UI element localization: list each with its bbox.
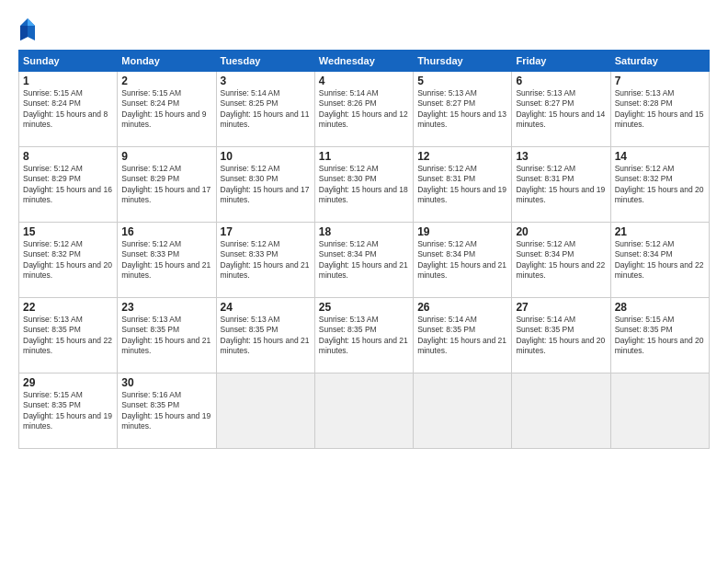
logo [18, 17, 40, 42]
cell-info: Sunrise: 5:12 AMSunset: 8:34 PMDaylight:… [516, 239, 605, 280]
cell-info: Sunrise: 5:14 AMSunset: 8:26 PMDaylight:… [319, 88, 408, 129]
day-number: 22 [23, 301, 113, 314]
cell-info: Sunrise: 5:12 AMSunset: 8:34 PMDaylight:… [319, 239, 408, 280]
calendar: SundayMondayTuesdayWednesdayThursdayFrid… [18, 50, 710, 449]
calendar-header-row: SundayMondayTuesdayWednesdayThursdayFrid… [19, 51, 710, 72]
table-row: 23Sunrise: 5:13 AMSunset: 8:35 PMDayligh… [118, 298, 216, 373]
table-row: 2Sunrise: 5:15 AMSunset: 8:24 PMDaylight… [118, 72, 216, 147]
day-number: 24 [221, 301, 311, 314]
cell-info: Sunrise: 5:15 AMSunset: 8:35 PMDaylight:… [615, 315, 704, 355]
page: SundayMondayTuesdayWednesdayThursdayFrid… [0, 0, 728, 563]
calendar-week-3: 15Sunrise: 5:12 AMSunset: 8:32 PMDayligh… [19, 223, 710, 298]
calendar-header-thursday: Thursday [414, 51, 512, 72]
table-row: 29Sunrise: 5:15 AMSunset: 8:35 PMDayligh… [19, 373, 118, 449]
cell-info: Sunrise: 5:12 AMSunset: 8:31 PMDaylight:… [417, 164, 506, 204]
day-number: 8 [23, 150, 113, 163]
table-row [216, 373, 314, 449]
table-row: 27Sunrise: 5:14 AMSunset: 8:35 PMDayligh… [512, 298, 610, 373]
cell-info: Sunrise: 5:15 AMSunset: 8:24 PMDaylight:… [23, 88, 108, 129]
table-row [414, 373, 512, 449]
cell-info: Sunrise: 5:13 AMSunset: 8:35 PMDaylight:… [319, 315, 408, 355]
table-row: 28Sunrise: 5:15 AMSunset: 8:35 PMDayligh… [610, 298, 709, 373]
day-number: 14 [615, 150, 705, 163]
cell-info: Sunrise: 5:13 AMSunset: 8:27 PMDaylight:… [516, 88, 605, 129]
cell-info: Sunrise: 5:13 AMSunset: 8:35 PMDaylight:… [221, 315, 310, 355]
day-number: 10 [221, 150, 311, 163]
header [18, 17, 710, 42]
day-number: 4 [319, 75, 409, 87]
day-number: 23 [121, 301, 211, 314]
calendar-header-friday: Friday [512, 51, 610, 72]
table-row: 21Sunrise: 5:12 AMSunset: 8:34 PMDayligh… [610, 223, 709, 298]
table-row [610, 373, 709, 449]
day-number: 26 [417, 301, 507, 314]
day-number: 6 [516, 75, 606, 87]
cell-info: Sunrise: 5:12 AMSunset: 8:34 PMDaylight:… [417, 239, 506, 280]
cell-info: Sunrise: 5:12 AMSunset: 8:33 PMDaylight:… [121, 239, 210, 280]
day-number: 9 [121, 150, 211, 163]
table-row: 9Sunrise: 5:12 AMSunset: 8:29 PMDaylight… [118, 147, 216, 223]
day-number: 15 [23, 225, 113, 238]
day-number: 21 [615, 225, 705, 238]
day-number: 20 [516, 225, 606, 238]
table-row: 24Sunrise: 5:13 AMSunset: 8:35 PMDayligh… [216, 298, 314, 373]
table-row: 16Sunrise: 5:12 AMSunset: 8:33 PMDayligh… [118, 223, 216, 298]
cell-info: Sunrise: 5:12 AMSunset: 8:29 PMDaylight:… [23, 164, 112, 204]
calendar-header-tuesday: Tuesday [216, 51, 314, 72]
table-row: 8Sunrise: 5:12 AMSunset: 8:29 PMDaylight… [19, 147, 118, 223]
cell-info: Sunrise: 5:12 AMSunset: 8:33 PMDaylight:… [221, 239, 310, 280]
calendar-header-monday: Monday [118, 51, 216, 72]
table-row: 30Sunrise: 5:16 AMSunset: 8:35 PMDayligh… [118, 373, 216, 449]
day-number: 19 [417, 225, 507, 238]
calendar-header-wednesday: Wednesday [314, 51, 413, 72]
table-row: 17Sunrise: 5:12 AMSunset: 8:33 PMDayligh… [216, 223, 314, 298]
table-row: 6Sunrise: 5:13 AMSunset: 8:27 PMDaylight… [512, 72, 610, 147]
cell-info: Sunrise: 5:12 AMSunset: 8:34 PMDaylight:… [615, 239, 704, 280]
calendar-header-saturday: Saturday [610, 51, 709, 72]
table-row: 18Sunrise: 5:12 AMSunset: 8:34 PMDayligh… [314, 223, 413, 298]
table-row: 7Sunrise: 5:13 AMSunset: 8:28 PMDaylight… [610, 72, 709, 147]
cell-info: Sunrise: 5:15 AMSunset: 8:24 PMDaylight:… [121, 88, 206, 129]
table-row: 13Sunrise: 5:12 AMSunset: 8:31 PMDayligh… [512, 147, 610, 223]
day-number: 12 [417, 150, 507, 163]
table-row: 10Sunrise: 5:12 AMSunset: 8:30 PMDayligh… [216, 147, 314, 223]
table-row: 1Sunrise: 5:15 AMSunset: 8:24 PMDaylight… [19, 72, 118, 147]
calendar-week-1: 1Sunrise: 5:15 AMSunset: 8:24 PMDaylight… [19, 72, 710, 147]
cell-info: Sunrise: 5:13 AMSunset: 8:27 PMDaylight:… [417, 88, 506, 129]
table-row: 26Sunrise: 5:14 AMSunset: 8:35 PMDayligh… [414, 298, 512, 373]
cell-info: Sunrise: 5:13 AMSunset: 8:35 PMDaylight:… [23, 315, 112, 355]
cell-info: Sunrise: 5:12 AMSunset: 8:32 PMDaylight:… [615, 164, 704, 204]
table-row: 19Sunrise: 5:12 AMSunset: 8:34 PMDayligh… [414, 223, 512, 298]
day-number: 3 [221, 75, 311, 87]
calendar-week-5: 29Sunrise: 5:15 AMSunset: 8:35 PMDayligh… [19, 373, 710, 449]
cell-info: Sunrise: 5:16 AMSunset: 8:35 PMDaylight:… [121, 390, 210, 431]
calendar-week-4: 22Sunrise: 5:13 AMSunset: 8:35 PMDayligh… [19, 298, 710, 373]
cell-info: Sunrise: 5:15 AMSunset: 8:35 PMDaylight:… [23, 390, 112, 431]
cell-info: Sunrise: 5:14 AMSunset: 8:35 PMDaylight:… [417, 315, 506, 355]
day-number: 7 [615, 75, 705, 87]
table-row: 15Sunrise: 5:12 AMSunset: 8:32 PMDayligh… [19, 223, 118, 298]
day-number: 1 [23, 75, 113, 87]
cell-info: Sunrise: 5:12 AMSunset: 8:29 PMDaylight:… [121, 164, 210, 204]
day-number: 2 [121, 75, 211, 87]
table-row: 20Sunrise: 5:12 AMSunset: 8:34 PMDayligh… [512, 223, 610, 298]
cell-info: Sunrise: 5:12 AMSunset: 8:30 PMDaylight:… [221, 164, 310, 204]
cell-info: Sunrise: 5:13 AMSunset: 8:28 PMDaylight:… [615, 88, 704, 129]
day-number: 28 [615, 301, 705, 314]
table-row: 14Sunrise: 5:12 AMSunset: 8:32 PMDayligh… [610, 147, 709, 223]
table-row: 12Sunrise: 5:12 AMSunset: 8:31 PMDayligh… [414, 147, 512, 223]
day-number: 27 [516, 301, 606, 314]
table-row: 11Sunrise: 5:12 AMSunset: 8:30 PMDayligh… [314, 147, 413, 223]
table-row: 25Sunrise: 5:13 AMSunset: 8:35 PMDayligh… [314, 298, 413, 373]
svg-marker-2 [20, 26, 28, 40]
table-row: 5Sunrise: 5:13 AMSunset: 8:27 PMDaylight… [414, 72, 512, 147]
day-number: 16 [121, 225, 211, 238]
table-row: 4Sunrise: 5:14 AMSunset: 8:26 PMDaylight… [314, 72, 413, 147]
logo-icon [18, 17, 37, 42]
cell-info: Sunrise: 5:14 AMSunset: 8:25 PMDaylight:… [221, 88, 310, 129]
day-number: 25 [319, 301, 409, 314]
calendar-header-sunday: Sunday [19, 51, 118, 72]
table-row: 3Sunrise: 5:14 AMSunset: 8:25 PMDaylight… [216, 72, 314, 147]
calendar-week-2: 8Sunrise: 5:12 AMSunset: 8:29 PMDaylight… [19, 147, 710, 223]
table-row [314, 373, 413, 449]
